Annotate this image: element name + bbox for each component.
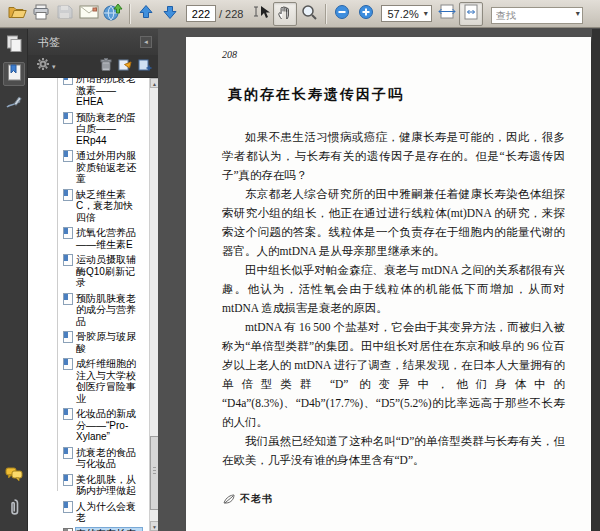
bookmarks-toolbar: ▾ (28, 55, 158, 78)
paragraph: 如果不患生活习惯病或癌症，健康长寿是可能的，因此，很多学者都认为，与长寿有关的遗… (222, 128, 565, 185)
scrollbar-thumb[interactable] (150, 436, 158, 510)
gear-icon (36, 57, 50, 75)
trash-icon (100, 57, 112, 75)
bookmark-item[interactable]: 抗氧化营养品——维生素E (28, 227, 149, 250)
scroll-up-icon[interactable]: ▲ (150, 78, 158, 88)
panel-title: 书签 (38, 35, 60, 50)
zoom-in-button[interactable] (354, 2, 378, 26)
zoom-level-select[interactable]: 57.2% ▾ (381, 5, 431, 22)
bookmark-page-icon (63, 189, 73, 201)
new-bookmark-icon (138, 57, 152, 75)
bookmark-item[interactable]: 运动员摄取辅酶Q10刷新记录 (28, 254, 149, 289)
bookmark-page-icon (63, 254, 73, 266)
select-tool-icon (252, 4, 270, 24)
select-tool-button[interactable] (249, 2, 273, 26)
bookmarks-list: 所谓的抗衰老激素——EHEA 预防衰老的蛋白质——ERp44 通过外用内服胶质铂… (28, 78, 149, 531)
scroll-down-icon[interactable]: ▼ (150, 521, 158, 531)
bookmark-item[interactable]: 通过外用内服胶质铂返老还童 (28, 150, 149, 185)
fit-page-button[interactable] (459, 2, 483, 26)
document-scrollbar[interactable] (592, 29, 600, 531)
bookmark-item[interactable]: 缺乏维生素C，衰老加快四倍 (28, 189, 149, 224)
bookmark-page-icon (63, 447, 73, 459)
hand-tool-icon (276, 3, 294, 25)
magnifier-icon (300, 3, 318, 25)
comments-panel-button[interactable] (3, 465, 25, 489)
attachments-panel-button[interactable] (3, 497, 25, 521)
hand-tool-button[interactable] (273, 2, 297, 26)
paragraph: 东京都老人综合研究所的田中雅嗣兼任着健康长寿染色体组探索研究小组的组长，他正在通… (222, 185, 565, 261)
folder-open-icon (8, 4, 27, 24)
floppy-save-icon (57, 4, 73, 24)
bookmark-item[interactable]: 抗衰老的食品与化妆品 (28, 447, 149, 470)
save-button[interactable] (53, 2, 77, 26)
bookmarks-panel: 书签 ◄ ▾ (28, 29, 158, 531)
open-file-button[interactable] (5, 2, 29, 26)
page-number-input[interactable] (186, 5, 216, 22)
bookmark-page-icon (63, 358, 73, 370)
envelope-icon (79, 4, 99, 23)
panel-collapse-button[interactable]: ◄ (140, 36, 152, 48)
arrow-up-icon (138, 4, 154, 24)
next-page-button[interactable] (158, 2, 182, 26)
toolbar-separator (325, 4, 326, 24)
pdf-reader-window: / 228 57.2% ▾ (0, 0, 600, 531)
bookmarks-scrollbar[interactable]: ▲ ▼ (149, 78, 158, 531)
zoom-marquee-button[interactable] (297, 2, 321, 26)
bookmark-item[interactable]: 成纤维细胞的注入与大学校创医疗冒险事业 (28, 358, 149, 404)
main-toolbar: / 228 57.2% ▾ (0, 0, 600, 28)
bookmark-item[interactable]: 人为什么会衰老 (28, 501, 149, 524)
fit-width-icon (438, 4, 456, 23)
document-page: 208 真的存在长寿遗传因子吗 如果不患生活习惯病或癌症，健康长寿是可能的，因此… (186, 37, 591, 531)
paragraph: mtDNA 有 16 500 个盐基对，它会由于其变异方法，而被归入被称为“单倍… (222, 318, 565, 432)
globe-arrow-icon (103, 3, 123, 25)
comments-icon (5, 467, 23, 487)
pages-panel-button[interactable] (3, 34, 25, 58)
navigation-strip (0, 29, 28, 531)
zoom-out-button[interactable] (330, 2, 354, 26)
bookmark-page-icon (63, 112, 73, 124)
chevron-down-icon: ▾ (424, 9, 428, 18)
bookmark-page-icon (63, 78, 73, 85)
web-upload-button[interactable] (101, 2, 125, 26)
paragraph: 田中组长似乎对帕金森症、衰老与 mtDNA 之间的关系都很有兴趣。他认为，活性氧… (222, 261, 565, 318)
bookmark-item-selected[interactable]: 真的存在长寿遗传因子吗 (28, 528, 149, 531)
signatures-panel-button[interactable] (3, 92, 25, 116)
page-number: 208 (222, 49, 565, 60)
page-total-label: / 228 (219, 8, 243, 20)
bookmark-item[interactable]: 化妆品的新成分——“Pro-Xylane” (28, 408, 149, 443)
previous-page-button[interactable] (134, 2, 158, 26)
bookmark-item[interactable]: 预防肌肤衰老的成分与营养品 (28, 293, 149, 328)
bookmark-item[interactable]: 骨胶原与玻尿酸 (28, 331, 149, 354)
delete-bookmark-button[interactable] (100, 57, 112, 75)
bookmarks-panel-header: 书签 ◄ (28, 29, 158, 55)
print-button[interactable] (29, 2, 53, 26)
bookmark-page-icon (63, 227, 73, 239)
document-pane[interactable]: 208 真的存在长寿遗传因子吗 如果不患生活习惯病或癌症，健康长寿是可能的，因此… (158, 29, 600, 531)
find-input[interactable] (491, 7, 583, 24)
pages-icon (6, 35, 23, 57)
bookmarks-panel-button[interactable] (3, 62, 25, 86)
fit-width-button[interactable] (435, 2, 459, 26)
fit-page-icon (463, 4, 479, 24)
email-button[interactable] (77, 2, 101, 26)
highlight-bookmark-icon (118, 57, 132, 75)
toolbar-separator (129, 4, 130, 24)
minus-circle-icon (334, 4, 350, 24)
bookmark-page-icon (63, 408, 73, 420)
bookmark-page-icon (63, 474, 73, 486)
bookmark-page-icon (63, 150, 73, 162)
bookmark-page-icon (63, 331, 73, 343)
bookmark-page-icon (63, 528, 73, 531)
footer-book-name: 不老书 (240, 492, 273, 506)
options-menu-button[interactable]: ▾ (36, 57, 56, 75)
expand-current-bookmark-button[interactable] (118, 57, 132, 75)
arrow-down-icon (162, 4, 178, 24)
printer-icon (32, 4, 50, 24)
bookmark-item[interactable]: 所谓的抗衰老激素——EHEA (28, 78, 149, 108)
bookmark-page-icon (63, 293, 73, 305)
leaf-ornament-icon (222, 493, 236, 505)
new-bookmark-button[interactable] (138, 57, 152, 75)
chevron-down-icon[interactable]: ▾ (576, 9, 580, 18)
bookmark-item[interactable]: 美化肌肤，从肠内护理做起 (28, 474, 149, 497)
bookmark-item[interactable]: 预防衰老的蛋白质——ERp44 (28, 112, 149, 147)
